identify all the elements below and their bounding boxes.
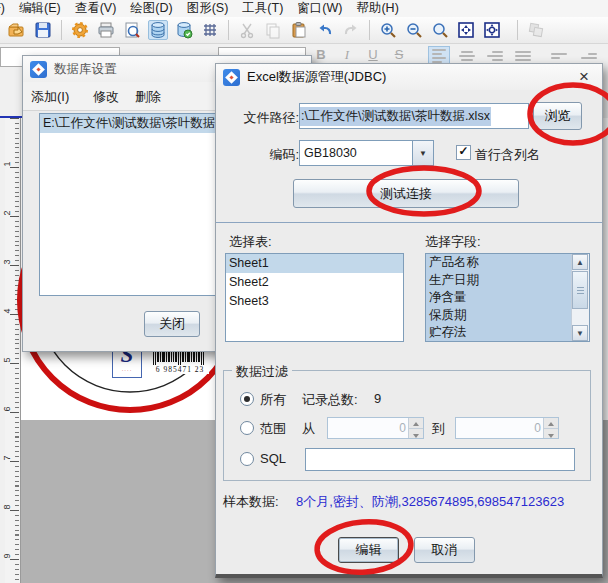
test-connection-button[interactable]: 测试连接 bbox=[293, 179, 519, 208]
barcode-digits: 6 985471 23 bbox=[151, 365, 209, 374]
edit-button[interactable]: 编辑 bbox=[338, 537, 399, 563]
field-list-scrollbar[interactable]: ▲ ▼ bbox=[571, 254, 589, 341]
import-icon[interactable] bbox=[7, 20, 27, 40]
settings-gear-icon[interactable] bbox=[70, 20, 90, 40]
filter-sql-label: SQL bbox=[260, 451, 286, 466]
header-row-label: 首行含列名 bbox=[475, 146, 540, 164]
list-item[interactable]: 贮存法 bbox=[426, 324, 572, 342]
undo-icon[interactable] bbox=[315, 20, 335, 40]
fit-object-icon[interactable] bbox=[482, 20, 502, 40]
file-path-input[interactable]: :\工作文件\测试数据\茶叶数据.xlsx bbox=[299, 103, 529, 129]
database-connect-icon[interactable] bbox=[174, 20, 194, 40]
filter-range-radio[interactable] bbox=[240, 421, 254, 435]
save-icon[interactable] bbox=[33, 20, 53, 40]
menu-help[interactable]: 帮助(H) bbox=[356, 0, 412, 17]
close-button[interactable]: 关闭 bbox=[144, 311, 200, 337]
app-icon bbox=[223, 69, 240, 86]
database-icon[interactable] bbox=[148, 20, 168, 40]
encoding-label: 编码: bbox=[229, 146, 299, 164]
sql-input[interactable] bbox=[305, 448, 575, 471]
zoom-reset-icon[interactable] bbox=[430, 20, 450, 40]
ruler-number: 9 bbox=[2, 553, 12, 558]
header-row-checkbox[interactable]: ✓ bbox=[456, 145, 471, 160]
data-filter-group: 数据过滤 所有 记录总数: 9 范围 从 0 到 0 SQL bbox=[223, 370, 591, 481]
layers-icon bbox=[526, 20, 546, 40]
italic-button[interactable]: I bbox=[334, 47, 360, 63]
scroll-up-icon[interactable]: ▲ bbox=[572, 254, 588, 270]
range-to-label: 到 bbox=[432, 420, 445, 438]
print-icon[interactable] bbox=[96, 20, 116, 40]
zoom-out-icon[interactable] bbox=[404, 20, 424, 40]
ruler-number: 8 bbox=[2, 504, 12, 509]
list-item[interactable]: 生产日期 bbox=[426, 272, 572, 290]
grid-icon[interactable] bbox=[200, 20, 220, 40]
combo-arrow-icon[interactable]: ▼ bbox=[412, 141, 433, 165]
filter-all-radio[interactable] bbox=[240, 392, 254, 406]
separator bbox=[216, 222, 602, 223]
menu-window[interactable]: 窗口(W) bbox=[297, 0, 356, 17]
range-from-value: 0 bbox=[399, 418, 406, 438]
db-menu-delete[interactable]: 删除 bbox=[135, 88, 161, 106]
cancel-button[interactable]: 取消 bbox=[414, 537, 475, 563]
browse-button[interactable]: 浏览 bbox=[533, 102, 582, 130]
record-count-label: 记录总数: bbox=[302, 391, 358, 409]
excel-dialog-titlebar[interactable]: Excel数据源管理(JDBC) × bbox=[216, 64, 602, 90]
menu-edit[interactable]: 编辑(E) bbox=[19, 0, 75, 17]
fit-page-icon[interactable] bbox=[456, 20, 476, 40]
close-button-label: 关闭 bbox=[159, 315, 185, 333]
range-to-value: 0 bbox=[534, 418, 541, 438]
db-dialog-title: 数据库设置 bbox=[54, 61, 117, 78]
list-item[interactable]: Sheet2 bbox=[226, 273, 403, 292]
list-item[interactable]: Sheet1 bbox=[226, 254, 403, 273]
file-path-label: 文件路径: bbox=[229, 109, 299, 127]
ruler-number: 2 bbox=[2, 210, 12, 215]
paste-icon[interactable] bbox=[289, 20, 309, 40]
record-count-value: 9 bbox=[374, 391, 381, 406]
encoding-combo[interactable]: GB18030 ▼ bbox=[299, 140, 434, 166]
range-to-spinner[interactable]: 0 bbox=[455, 417, 559, 439]
main-toolbar bbox=[0, 17, 608, 44]
field-list[interactable]: 产品名称 生产日期 净含量 保质期 贮存法 ▲ ▼ bbox=[425, 253, 590, 342]
ruler-number: 5 bbox=[2, 357, 12, 362]
db-menu-add[interactable]: 添加(I) bbox=[31, 88, 69, 106]
range-from-spinner[interactable]: 0 bbox=[327, 417, 424, 439]
filter-sql-radio[interactable] bbox=[240, 452, 254, 466]
strike-button[interactable]: S bbox=[386, 47, 412, 62]
scroll-down-icon[interactable]: ▼ bbox=[572, 325, 588, 341]
excel-dialog-title: Excel数据源管理(JDBC) bbox=[247, 68, 386, 86]
underline-button[interactable]: U bbox=[360, 47, 386, 62]
table-list[interactable]: Sheet1 Sheet2 Sheet3 bbox=[225, 253, 404, 342]
select-fields-label: 选择字段: bbox=[425, 233, 481, 251]
copy-icon bbox=[263, 20, 283, 40]
menu-graphics[interactable]: 图形(S) bbox=[187, 0, 243, 17]
list-item[interactable]: 保质期 bbox=[426, 307, 572, 325]
sample-data-value: 8个月,密封、防潮,3285674895,698547123623 bbox=[296, 493, 564, 511]
test-connection-label: 测试连接 bbox=[380, 185, 432, 203]
scroll-thumb[interactable] bbox=[572, 271, 588, 309]
browse-button-label: 浏览 bbox=[545, 107, 571, 125]
encoding-value: GB18030 bbox=[304, 146, 357, 160]
excel-datasource-dialog: Excel数据源管理(JDBC) × 文件路径: :\工作文件\测试数据\茶叶数… bbox=[215, 63, 603, 578]
list-item[interactable]: 产品名称 bbox=[426, 254, 572, 272]
cut-icon bbox=[237, 20, 257, 40]
menu-tools[interactable]: 工具(T) bbox=[242, 0, 297, 17]
cancel-button-label: 取消 bbox=[432, 541, 458, 559]
ruler-number: 7 bbox=[2, 455, 12, 460]
zoom-in-icon[interactable] bbox=[378, 20, 398, 40]
ruler-number: 4 bbox=[2, 308, 12, 313]
filter-range-label: 范围 bbox=[260, 420, 286, 438]
list-item[interactable]: Sheet3 bbox=[226, 292, 403, 311]
app-icon bbox=[30, 61, 47, 78]
close-icon[interactable]: × bbox=[574, 67, 594, 87]
ruler-number: 6 bbox=[2, 406, 12, 411]
sample-data-label: 样本数据: bbox=[223, 493, 279, 511]
menu-file[interactable]: 文件(F) bbox=[0, 0, 19, 17]
menu-view[interactable]: 查看(V) bbox=[75, 0, 131, 17]
menu-draw[interactable]: 绘图(D) bbox=[130, 0, 186, 17]
db-menu-modify[interactable]: 修改 bbox=[93, 88, 119, 106]
list-item[interactable]: 净含量 bbox=[426, 289, 572, 307]
redo-icon bbox=[341, 20, 361, 40]
range-from-label: 从 bbox=[302, 420, 315, 438]
print-preview-icon[interactable] bbox=[122, 20, 142, 40]
select-table-label: 选择表: bbox=[229, 233, 272, 251]
